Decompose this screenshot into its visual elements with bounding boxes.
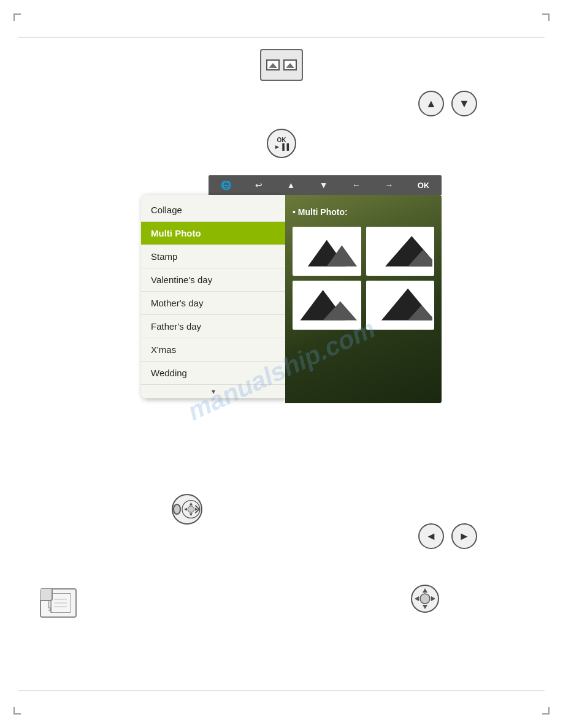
toolbar-ok[interactable]: OK bbox=[414, 180, 434, 191]
ok-label: OK bbox=[277, 137, 286, 143]
photo-cell-1 bbox=[293, 227, 361, 276]
menu-item-xmas[interactable]: X'mas bbox=[141, 338, 285, 362]
photo-thumb-2 bbox=[283, 59, 297, 70]
photo-grid bbox=[293, 227, 434, 330]
svg-point-24 bbox=[420, 594, 430, 604]
photo-cell-4 bbox=[366, 281, 435, 330]
nav-down-button[interactable]: ▼ bbox=[451, 91, 477, 116]
svg-point-13 bbox=[188, 506, 194, 513]
photo-cell-2 bbox=[366, 227, 435, 276]
joystick-graphic-1 bbox=[172, 494, 202, 525]
ok-button-wrap: OK ►▐▐ bbox=[267, 129, 296, 158]
note-icon bbox=[40, 588, 77, 618]
top-border bbox=[18, 37, 545, 37]
nav-arrows-top: ▲ ▼ bbox=[418, 91, 477, 116]
menu-item-valentines[interactable]: Valentine's day bbox=[141, 268, 285, 292]
bottom-border bbox=[18, 691, 545, 691]
svg-marker-17 bbox=[195, 507, 198, 510]
nav-arrows-lr: ◄ ► bbox=[418, 523, 477, 549]
toolbar-back[interactable]: ↩ bbox=[251, 179, 266, 191]
right-preview-panel: • Multi Photo: bbox=[285, 195, 442, 403]
menu-item-stamp[interactable]: Stamp bbox=[141, 245, 285, 268]
joystick-icon-1 bbox=[172, 494, 202, 525]
menu-item-fathers[interactable]: Father's day bbox=[141, 315, 285, 338]
menu-item-mothers[interactable]: Mother's day bbox=[141, 292, 285, 315]
menu-item-multiphoto[interactable]: Multi Photo bbox=[141, 222, 285, 245]
camera-icon-wrap bbox=[260, 49, 303, 81]
toolbar: 🌐 ↩ ▲ ▼ ← → OK bbox=[209, 175, 442, 195]
photo-thumb-1 bbox=[266, 59, 280, 70]
left-menu: Collage Multi Photo Stamp Valentine's da… bbox=[141, 195, 285, 398]
nav-right-button[interactable]: ► bbox=[451, 523, 477, 549]
camera-icon bbox=[260, 49, 303, 81]
corner-mark-bl bbox=[13, 707, 21, 715]
toolbar-down[interactable]: ▼ bbox=[316, 179, 332, 191]
joystick-icon-2 bbox=[410, 583, 440, 616]
toolbar-left[interactable]: ← bbox=[348, 179, 364, 191]
nav-left-button[interactable]: ◄ bbox=[418, 523, 444, 549]
toolbar-right[interactable]: → bbox=[381, 179, 397, 191]
joystick-graphic-2 bbox=[410, 583, 440, 616]
menu-item-collage[interactable]: Collage bbox=[141, 195, 285, 222]
toolbar-up[interactable]: ▲ bbox=[283, 179, 299, 191]
toolbar-globe[interactable]: 🌐 bbox=[217, 179, 235, 191]
corner-mark-tr bbox=[542, 13, 550, 21]
corner-mark-br bbox=[542, 707, 550, 715]
corner-mark-tl bbox=[13, 13, 21, 21]
play-label: ►▐▐ bbox=[274, 143, 289, 150]
nav-up-button[interactable]: ▲ bbox=[418, 91, 444, 116]
menu-item-wedding[interactable]: Wedding bbox=[141, 362, 285, 385]
svg-rect-19 bbox=[48, 598, 51, 608]
photo-cell-3 bbox=[293, 281, 361, 330]
ok-play-button[interactable]: OK ►▐▐ bbox=[267, 129, 296, 158]
more-arrow: ▾ bbox=[141, 385, 285, 398]
preview-title: • Multi Photo: bbox=[293, 207, 348, 217]
